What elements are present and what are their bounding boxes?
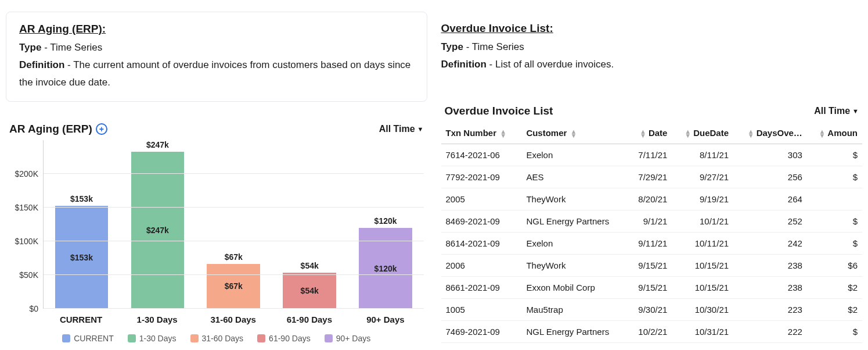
legend-label: 1-30 Days xyxy=(139,334,177,343)
sort-icon: ▲▼ xyxy=(640,130,646,138)
y-tick-label: $200K xyxy=(15,169,38,178)
table-cell: $ xyxy=(807,232,862,254)
table-cell: 8/20/21 xyxy=(628,188,672,210)
table-cell: 9/1/21 xyxy=(628,210,672,232)
bar-top-label: $247k xyxy=(146,140,169,149)
column-header[interactable]: Txn Number ▲▼ xyxy=(441,122,522,144)
chart-x-axis: CURRENT1-30 Days31-60 Days61-90 Days90+ … xyxy=(9,315,424,324)
table-cell: $ xyxy=(807,320,862,342)
table-cell: 303 xyxy=(733,144,807,166)
column-header[interactable]: ▲▼DaysOve… xyxy=(733,122,807,144)
table-cell: $2 xyxy=(807,276,862,298)
table-row[interactable]: 8469-2021-09NGL Energy Partners9/1/2110/… xyxy=(441,210,863,232)
column-header[interactable]: ▲▼Amoun xyxy=(807,122,862,144)
bar-top-label: $67k xyxy=(225,252,243,262)
table-cell: 9/11/21 xyxy=(628,232,672,254)
table-cell: Exelon xyxy=(521,144,628,166)
ar-aging-title: AR Aging (ERP): xyxy=(19,23,414,35)
x-axis-label: 61-90 Days xyxy=(271,315,347,324)
legend-item[interactable]: 31-60 Days xyxy=(190,334,244,343)
table-cell: $2 xyxy=(807,298,862,320)
table-cell: 222 xyxy=(733,320,807,342)
table-cell: 10/30/21 xyxy=(672,298,733,320)
table-cell: 252 xyxy=(733,210,807,232)
x-axis-label: 90+ Days xyxy=(347,315,423,324)
table-row[interactable]: 7614-2021-06Exelon7/11/218/11/21303$ xyxy=(441,144,863,166)
add-chart-icon[interactable]: + xyxy=(96,123,107,135)
caret-down-icon: ▼ xyxy=(417,126,424,133)
sort-icon: ▲▼ xyxy=(500,130,506,138)
table-row[interactable]: 8614-2021-09Exelon9/11/2110/11/21242$ xyxy=(441,232,863,254)
table-cell: 9/19/21 xyxy=(672,188,733,210)
legend-swatch xyxy=(128,334,136,342)
table-cell: 10/1/21 xyxy=(672,210,733,232)
table-cell: NGL Energy Partners xyxy=(521,320,628,342)
table-cell xyxy=(807,188,862,210)
bar[interactable]: $247k xyxy=(131,152,185,309)
table-row[interactable]: 7469-2021-09NGL Energy Partners10/2/2110… xyxy=(441,320,863,342)
chart-time-filter[interactable]: All Time ▼ xyxy=(379,124,424,134)
table-row[interactable]: 8661-2021-09Exxon Mobil Corp9/15/2110/15… xyxy=(441,276,863,298)
legend-item[interactable]: CURRENT xyxy=(62,334,113,343)
table-row[interactable]: 7792-2021-09AES7/29/219/27/21256$ xyxy=(441,166,863,188)
legend-item[interactable]: 61-90 Days xyxy=(257,334,311,343)
table-cell: Mau5trap xyxy=(521,298,628,320)
table-time-filter[interactable]: All Time ▼ xyxy=(814,106,859,116)
legend-item[interactable]: 90+ Days xyxy=(325,334,371,343)
table-cell: 9/30/21 xyxy=(628,298,672,320)
ar-aging-type: Type - Time Series xyxy=(19,39,414,56)
legend-label: 61-90 Days xyxy=(269,334,311,343)
invoice-info-card: Overdue Invoice List: Type - Time Series… xyxy=(441,12,863,84)
caret-down-icon: ▼ xyxy=(852,108,859,115)
column-header[interactable]: ▲▼DueDate xyxy=(672,122,733,144)
table-cell: $6 xyxy=(807,254,862,276)
legend-item[interactable]: 1-30 Days xyxy=(128,334,177,343)
table-cell: 223 xyxy=(733,298,807,320)
table-cell: 238 xyxy=(733,254,807,276)
table-cell: 9/15/21 xyxy=(628,276,672,298)
invoice-type: Type - Time Series xyxy=(441,38,863,56)
table-cell: 9/15/21 xyxy=(628,254,672,276)
table-cell: TheyWork xyxy=(521,254,628,276)
table-row[interactable]: 2006TheyWork9/15/2110/15/21238$6 xyxy=(441,254,863,276)
table-cell: 2005 xyxy=(441,188,522,210)
table-cell: 264 xyxy=(733,188,807,210)
table-cell: Exxon Mobil Corp xyxy=(521,276,628,298)
table-cell: 2006 xyxy=(441,254,522,276)
table-cell: 8469-2021-09 xyxy=(441,210,522,232)
legend-swatch xyxy=(190,334,199,342)
legend-label: CURRENT xyxy=(74,334,113,343)
table-cell: 7/11/21 xyxy=(628,144,672,166)
table-cell: 7469-2021-09 xyxy=(441,320,522,342)
y-tick-label: $150K xyxy=(15,203,38,212)
chart-plot: $153k$153k$247k$247k$67k$67k$54k$54k$120… xyxy=(43,140,424,309)
sort-icon: ▲▼ xyxy=(748,130,754,138)
bar[interactable]: $153k xyxy=(55,206,109,309)
column-header[interactable]: Customer ▲▼ xyxy=(521,122,628,144)
table-cell: 8/11/21 xyxy=(672,144,733,166)
bar[interactable]: $67k xyxy=(207,264,260,309)
table-cell: 7614-2021-06 xyxy=(441,144,522,166)
invoice-table: Txn Number ▲▼Customer ▲▼▲▼Date▲▼DueDate▲… xyxy=(441,122,863,343)
table-row[interactable]: 2005TheyWork8/20/219/19/21264 xyxy=(441,188,863,210)
table-cell: 10/11/21 xyxy=(672,232,733,254)
y-tick-label: $0 xyxy=(29,304,38,313)
table-cell: NGL Energy Partners xyxy=(521,210,628,232)
table-cell: 7792-2021-09 xyxy=(441,166,522,188)
table-cell: $ xyxy=(807,144,862,166)
table-row[interactable]: 1005Mau5trap9/30/2110/30/21223$2 xyxy=(441,298,863,320)
y-tick-label: $100K xyxy=(15,237,38,246)
table-cell: 238 xyxy=(733,276,807,298)
table-cell: 1005 xyxy=(441,298,522,320)
table-cell: 10/15/21 xyxy=(672,254,733,276)
sort-icon: ▲▼ xyxy=(685,130,691,138)
legend-label: 90+ Days xyxy=(336,334,371,343)
bar[interactable]: $54k xyxy=(283,273,336,309)
bar-top-label: $120k xyxy=(374,216,397,226)
table-cell: 8614-2021-09 xyxy=(441,232,522,254)
y-tick-label: $50K xyxy=(19,270,38,280)
legend-swatch xyxy=(257,334,265,342)
bar[interactable]: $120k xyxy=(359,228,412,309)
x-axis-label: 1-30 Days xyxy=(119,315,195,324)
column-header[interactable]: ▲▼Date xyxy=(628,122,672,144)
